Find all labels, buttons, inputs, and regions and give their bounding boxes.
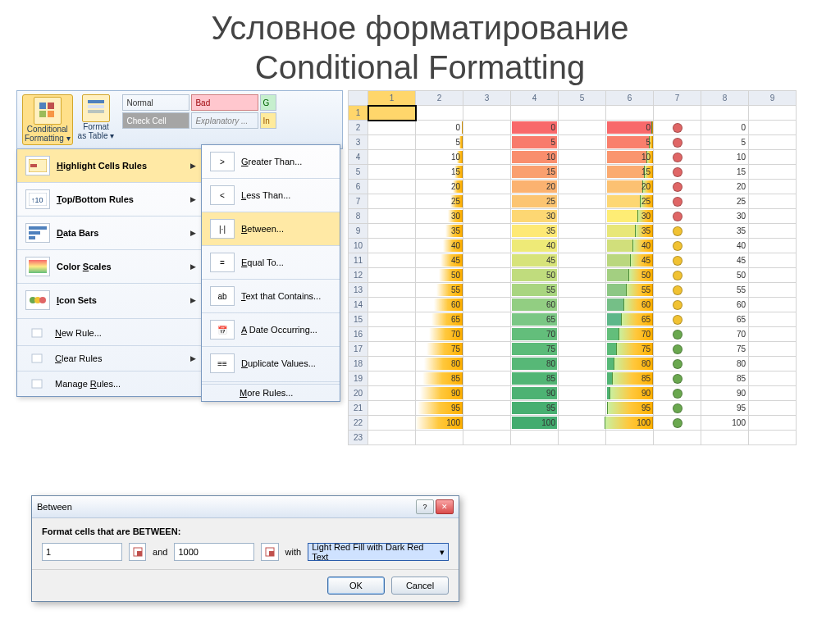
cell[interactable] (749, 165, 797, 180)
row-header[interactable]: 11 (349, 253, 368, 268)
conditional-formatting-button[interactable]: Conditional Formatting ▾ (22, 94, 73, 145)
submenu-greater-than-[interactable]: >Greater Than... (202, 145, 340, 178)
col-header[interactable]: 2 (416, 91, 463, 106)
cell-colorscale[interactable]: 70 (511, 327, 559, 342)
cell[interactable] (749, 298, 797, 312)
cell[interactable] (559, 416, 606, 431)
cell[interactable] (559, 342, 606, 357)
row-header[interactable]: 18 (349, 357, 368, 371)
cell-databar[interactable]: 45 (416, 253, 463, 268)
cell-icon[interactable] (654, 268, 701, 283)
cell[interactable] (368, 342, 416, 357)
cell[interactable] (559, 224, 606, 239)
menu-data-bars[interactable]: Data Bars▶ (17, 216, 204, 249)
cell-colorscale[interactable]: 25 (511, 194, 559, 209)
cell[interactable] (701, 106, 749, 121)
cell[interactable] (654, 106, 701, 121)
row-header[interactable]: 20 (349, 386, 368, 401)
cell-colorscale-bar[interactable]: 85 (606, 371, 654, 386)
style-normal[interactable]: Normal (122, 94, 189, 111)
cell-icon[interactable] (654, 180, 701, 194)
cell[interactable] (368, 121, 416, 135)
cell-value[interactable]: 55 (701, 283, 749, 298)
active-cell[interactable] (368, 106, 416, 121)
dialog-titlebar[interactable]: Between ? ✕ (32, 496, 459, 518)
cell-colorscale[interactable]: 100 (511, 416, 559, 431)
cell-icon[interactable] (654, 224, 701, 239)
cell[interactable] (559, 150, 606, 165)
cell-databar[interactable]: 40 (416, 239, 463, 253)
cell-colorscale-bar[interactable]: 10 (606, 150, 654, 165)
cell-icon[interactable] (654, 416, 701, 431)
menu-highlight-cells-rules[interactable]: Highlight Cells Rules▶ (17, 149, 204, 182)
cell[interactable] (749, 135, 797, 150)
cell-databar[interactable]: 35 (416, 224, 463, 239)
cell-value[interactable]: 80 (701, 357, 749, 371)
cell-value[interactable]: 40 (701, 239, 749, 253)
style-explanatory[interactable]: Explanatory ... (191, 112, 258, 129)
cell-colorscale-bar[interactable]: 90 (606, 386, 654, 401)
cell-value[interactable]: 65 (701, 312, 749, 327)
cell-colorscale[interactable]: 20 (511, 180, 559, 194)
close-icon[interactable]: ✕ (436, 499, 454, 514)
cell-colorscale[interactable]: 95 (511, 401, 559, 416)
cell-colorscale[interactable]: 80 (511, 357, 559, 371)
cell-value[interactable]: 50 (701, 268, 749, 283)
style-good[interactable]: G (260, 94, 276, 111)
cell-value[interactable]: 45 (701, 253, 749, 268)
cell[interactable] (749, 416, 797, 431)
submenu-less-than-[interactable]: <Less Than... (202, 178, 340, 212)
cell-colorscale-bar[interactable]: 5 (606, 135, 654, 150)
cell[interactable] (463, 416, 511, 431)
cell[interactable] (559, 386, 606, 401)
menu-top-bottom-rules[interactable]: ↑10Top/Bottom Rules▶ (17, 182, 204, 216)
cell[interactable] (368, 371, 416, 386)
cell[interactable] (463, 180, 511, 194)
cell[interactable] (463, 342, 511, 357)
cell[interactable] (463, 312, 511, 327)
ok-button[interactable]: OK (327, 577, 385, 595)
cell-value[interactable]: 30 (701, 209, 749, 224)
cell-colorscale[interactable]: 85 (511, 371, 559, 386)
cell-colorscale[interactable]: 0 (511, 121, 559, 135)
cell-databar[interactable]: 95 (416, 401, 463, 416)
cell-databar[interactable]: 70 (416, 327, 463, 342)
cell-icon[interactable] (654, 121, 701, 135)
cell-colorscale-bar[interactable]: 95 (606, 401, 654, 416)
cell[interactable] (463, 283, 511, 298)
menu-color-scales[interactable]: Color Scales▶ (17, 249, 204, 283)
cell-colorscale[interactable]: 75 (511, 342, 559, 357)
cell[interactable] (463, 386, 511, 401)
cell-value[interactable]: 60 (701, 298, 749, 312)
style-check-cell[interactable]: Check Cell (122, 112, 189, 129)
cell-value[interactable]: 10 (701, 150, 749, 165)
cell[interactable] (368, 283, 416, 298)
row-header[interactable]: 5 (349, 165, 368, 180)
cell-value[interactable]: 15 (701, 165, 749, 180)
cell[interactable] (749, 150, 797, 165)
cell-databar[interactable]: 55 (416, 283, 463, 298)
row-header[interactable]: 13 (349, 283, 368, 298)
cell-colorscale[interactable]: 5 (511, 135, 559, 150)
cell-icon[interactable] (654, 194, 701, 209)
cell[interactable] (416, 431, 463, 445)
cell[interactable] (368, 180, 416, 194)
cell-colorscale-bar[interactable]: 25 (606, 194, 654, 209)
cell[interactable] (749, 121, 797, 135)
cell-databar[interactable]: 25 (416, 194, 463, 209)
cell-colorscale-bar[interactable]: 75 (606, 342, 654, 357)
cell[interactable] (749, 283, 797, 298)
cell-colorscale-bar[interactable]: 80 (606, 357, 654, 371)
cell[interactable] (749, 180, 797, 194)
cell[interactable] (463, 371, 511, 386)
submenu-text-that-contains-[interactable]: abText that Contains... (202, 279, 340, 312)
cell[interactable] (749, 106, 797, 121)
cell[interactable] (749, 357, 797, 371)
cell[interactable] (749, 224, 797, 239)
cell[interactable] (368, 239, 416, 253)
cell[interactable] (368, 224, 416, 239)
cell[interactable] (559, 312, 606, 327)
cell-databar[interactable]: 75 (416, 342, 463, 357)
cell-icon[interactable] (654, 312, 701, 327)
submenu-more-rules[interactable]: More Rules... (202, 384, 340, 401)
